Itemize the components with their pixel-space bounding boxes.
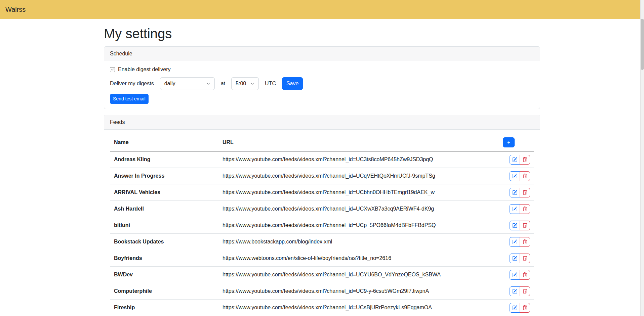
enable-digest-row: Enable digest delivery xyxy=(110,65,534,74)
feeds-card-header: Feeds xyxy=(104,115,540,130)
edit-feed-button[interactable] xyxy=(510,270,520,280)
feed-name: Answer In Progress xyxy=(110,168,218,184)
enable-digest-checkbox[interactable] xyxy=(110,67,115,72)
trash-icon xyxy=(522,305,527,310)
table-row: Computerphile https://www.youtube.com/fe… xyxy=(110,283,534,300)
pencil-square-icon xyxy=(512,174,517,179)
pencil-square-icon xyxy=(512,157,517,162)
feeds-table-body: Andreas Kling https://www.youtube.com/fe… xyxy=(110,151,534,316)
feed-actions xyxy=(499,168,534,184)
feed-actions xyxy=(499,283,534,300)
feed-url: https://www.youtube.com/feeds/videos.xml… xyxy=(218,184,499,201)
feed-name: Computerphile xyxy=(110,283,218,300)
edit-feed-button[interactable] xyxy=(510,254,520,263)
scrollbar-thumb[interactable] xyxy=(641,19,644,70)
delete-feed-button[interactable] xyxy=(520,270,530,280)
feed-actions-group xyxy=(510,204,530,214)
trash-icon xyxy=(522,207,527,212)
delete-feed-button[interactable] xyxy=(520,303,530,313)
feed-actions xyxy=(499,300,534,316)
edit-feed-button[interactable] xyxy=(510,221,520,230)
delete-feed-button[interactable] xyxy=(520,204,530,214)
enable-digest-label: Enable digest delivery xyxy=(118,65,171,74)
delete-feed-button[interactable] xyxy=(520,171,530,181)
column-header-actions: + xyxy=(499,134,534,151)
table-row: Ash Hardell https://www.youtube.com/feed… xyxy=(110,201,534,217)
delete-feed-button[interactable] xyxy=(520,155,530,165)
table-row: Boyfriends https://www.webtoons.com/en/s… xyxy=(110,250,534,267)
table-row: ARRIVAL Vehicles https://www.youtube.com… xyxy=(110,184,534,201)
main-content: My settings Schedule Enable digest deliv… xyxy=(104,19,540,316)
feed-url: https://www.youtube.com/feeds/videos.xml… xyxy=(218,201,499,217)
trash-icon xyxy=(522,289,527,294)
add-feed-button[interactable]: + xyxy=(503,137,515,147)
pencil-square-icon xyxy=(512,272,517,277)
trash-icon xyxy=(522,223,527,228)
delete-feed-button[interactable] xyxy=(520,254,530,263)
pencil-square-icon xyxy=(512,305,517,310)
feed-url: https://www.youtube.com/feeds/videos.xml… xyxy=(218,151,499,168)
feed-actions-group xyxy=(510,188,530,197)
trash-icon xyxy=(522,272,527,277)
delete-feed-button[interactable] xyxy=(520,237,530,247)
feed-url: https://www.webtoons.com/en/slice-of-lif… xyxy=(218,250,499,267)
column-header-url: URL xyxy=(218,134,499,151)
schedule-card-body: Enable digest delivery Deliver my digest… xyxy=(104,61,540,109)
feed-url: https://www.youtube.com/feeds/videos.xml… xyxy=(218,283,499,300)
pencil-square-icon xyxy=(512,239,517,244)
feed-actions-group xyxy=(510,254,530,263)
chevron-down-icon xyxy=(206,82,210,86)
edit-feed-button[interactable] xyxy=(510,171,520,181)
edit-feed-button[interactable] xyxy=(510,303,520,313)
edit-feed-button[interactable] xyxy=(510,286,520,296)
edit-feed-button[interactable] xyxy=(510,204,520,214)
pencil-square-icon xyxy=(512,207,517,212)
save-button[interactable]: Save xyxy=(282,77,303,90)
delete-feed-button[interactable] xyxy=(520,188,530,197)
feeds-table-header-row: Name URL + xyxy=(110,134,534,151)
brand-link[interactable]: Walrss xyxy=(5,4,26,14)
feed-url: https://www.youtube.com/feeds/videos.xml… xyxy=(218,300,499,316)
feeds-table: Name URL + Andreas Kling https://www.you… xyxy=(110,134,534,316)
table-row: BWDev https://www.youtube.com/feeds/vide… xyxy=(110,267,534,283)
time-value: 5:00 xyxy=(236,80,246,88)
feed-actions-group xyxy=(510,155,530,165)
frequency-value: daily xyxy=(164,80,175,88)
table-row: Fireship https://www.youtube.com/feeds/v… xyxy=(110,300,534,316)
feed-actions-group xyxy=(510,303,530,313)
delete-feed-button[interactable] xyxy=(520,221,530,230)
feeds-card: Feeds Name URL + Andreas Kling https://w… xyxy=(104,115,540,316)
frequency-select[interactable]: daily xyxy=(160,77,215,90)
feed-actions xyxy=(499,217,534,234)
delivery-form-row: Deliver my digests daily at 5:00 UTC Sav… xyxy=(110,77,534,90)
at-label: at xyxy=(221,80,225,88)
page-title: My settings xyxy=(104,26,540,42)
feed-name: Fireship xyxy=(110,300,218,316)
feed-name: Bookstack Updates xyxy=(110,234,218,250)
pencil-square-icon xyxy=(512,256,517,261)
table-row: Answer In Progress https://www.youtube.c… xyxy=(110,168,534,184)
send-test-email-button[interactable]: Send test email xyxy=(110,94,149,104)
trash-icon xyxy=(522,190,527,195)
top-navbar: Walrss xyxy=(0,0,644,19)
feed-actions xyxy=(499,250,534,267)
feed-name: Boyfriends xyxy=(110,250,218,267)
feeds-card-body: Name URL + Andreas Kling https://www.you… xyxy=(104,130,540,316)
feed-actions-group xyxy=(510,286,530,296)
trash-icon xyxy=(522,256,527,261)
feed-actions xyxy=(499,184,534,201)
scrollbar[interactable] xyxy=(640,0,644,316)
delete-feed-button[interactable] xyxy=(520,286,530,296)
schedule-card-header: Schedule xyxy=(104,47,540,61)
time-select[interactable]: 5:00 xyxy=(231,77,259,90)
feed-url: https://www.youtube.com/feeds/videos.xml… xyxy=(218,168,499,184)
edit-feed-button[interactable] xyxy=(510,155,520,165)
column-header-name: Name xyxy=(110,134,218,151)
feed-actions xyxy=(499,151,534,168)
feed-actions xyxy=(499,267,534,283)
feed-url: https://www.youtube.com/feeds/videos.xml… xyxy=(218,217,499,234)
schedule-card: Schedule Enable digest delivery Deliver … xyxy=(104,46,540,109)
edit-feed-button[interactable] xyxy=(510,188,520,197)
trash-icon xyxy=(522,157,527,162)
edit-feed-button[interactable] xyxy=(510,237,520,247)
